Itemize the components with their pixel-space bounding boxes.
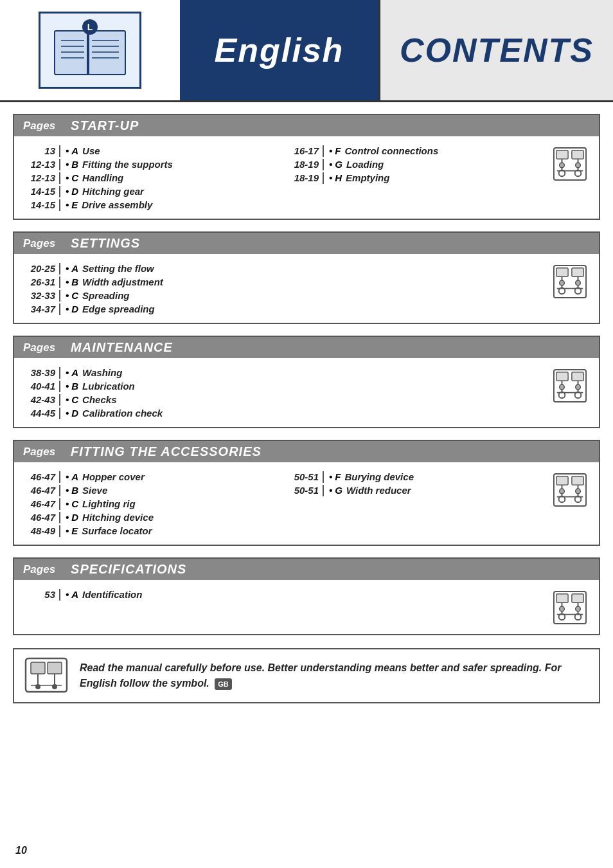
entry-text: Lubrication bbox=[82, 381, 135, 392]
entry-letter: C bbox=[71, 172, 78, 183]
entry-divider bbox=[59, 408, 60, 419]
list-item: 38-39 • A Washing bbox=[24, 367, 551, 379]
svg-point-61 bbox=[576, 606, 581, 611]
entry-text: Control connections bbox=[344, 145, 438, 156]
svg-rect-34 bbox=[572, 372, 583, 381]
list-item: 18-19 • H Emptying bbox=[288, 172, 551, 184]
header-title-area: English CONTENTS bbox=[180, 0, 613, 100]
entry-divider bbox=[59, 186, 60, 197]
entry-pages: 13 bbox=[24, 145, 59, 156]
entry-bullet: • bbox=[66, 471, 69, 482]
entry-pages: 46-47 bbox=[24, 512, 59, 523]
svg-point-31 bbox=[576, 280, 581, 285]
english-label: English bbox=[215, 31, 344, 69]
footer-note: Read the manual carefully before use. Be… bbox=[13, 648, 600, 703]
entry-text: Checks bbox=[82, 394, 116, 405]
section-icon-startup bbox=[551, 145, 589, 183]
list-item: 46-47 • C Lighting rig bbox=[24, 498, 288, 510]
section-fitting: Pages FITTING THE ACCESSORIES 46-47 • A … bbox=[13, 440, 600, 546]
entry-bullet: • bbox=[66, 525, 69, 536]
entry-text: Sieve bbox=[82, 485, 107, 496]
section-left-col-startup: 13 • A Use 12-13 • B Fitting the support… bbox=[24, 145, 288, 211]
entry-divider bbox=[59, 512, 60, 523]
svg-point-40 bbox=[560, 384, 565, 390]
list-item: 53 • A Identification bbox=[24, 589, 551, 601]
list-item: 42-43 • C Checks bbox=[24, 394, 551, 406]
svg-point-68 bbox=[52, 684, 57, 689]
entry-bullet: • bbox=[66, 498, 69, 509]
entry-bullet: • bbox=[66, 394, 69, 405]
entry-text: Hitching gear bbox=[82, 186, 144, 197]
section-body-maintenance: 38-39 • A Washing 40-41 • B Lubrication … bbox=[14, 358, 599, 427]
entry-text: Identification bbox=[82, 589, 142, 600]
list-item: 12-13 • B Fitting the supports bbox=[24, 159, 288, 170]
section-title-fitting: FITTING THE ACCESSORIES bbox=[71, 444, 262, 459]
entry-divider bbox=[59, 290, 60, 302]
logo-svg: L bbox=[48, 18, 132, 82]
entry-pages: 46-47 bbox=[24, 485, 59, 496]
entry-divider bbox=[59, 145, 60, 157]
entry-letter: A bbox=[71, 263, 78, 274]
entry-letter: B bbox=[71, 381, 78, 392]
gb-badge: GB bbox=[215, 678, 232, 691]
section-title-settings: SETTINGS bbox=[71, 236, 140, 251]
entry-divider bbox=[59, 498, 60, 510]
section-left-col-fitting: 46-47 • A Hopper cover 46-47 • B Sieve 4… bbox=[24, 471, 288, 537]
entry-divider bbox=[59, 159, 60, 170]
pages-label: Pages bbox=[23, 563, 55, 576]
logo-area: L bbox=[0, 0, 180, 100]
sections-container: Pages START-UP 13 • A Use 12-13 • B Fitt… bbox=[0, 114, 613, 635]
entry-divider bbox=[59, 172, 60, 184]
entry-text: Lighting rig bbox=[82, 498, 135, 509]
list-item: 46-47 • D Hitching device bbox=[24, 512, 288, 523]
entry-pages: 16-17 bbox=[288, 145, 323, 156]
entry-letter: A bbox=[71, 367, 78, 378]
entry-letter: C bbox=[71, 290, 78, 301]
svg-rect-64 bbox=[48, 662, 62, 674]
entry-pages: 46-47 bbox=[24, 498, 59, 509]
entry-bullet: • bbox=[66, 303, 69, 314]
pages-label: Pages bbox=[23, 237, 55, 250]
svg-rect-63 bbox=[31, 662, 45, 674]
entry-letter: B bbox=[71, 485, 78, 496]
entry-bullet: • bbox=[66, 263, 69, 274]
svg-rect-54 bbox=[572, 594, 583, 602]
entry-text: Handling bbox=[82, 172, 123, 183]
list-item: 14-15 • D Hitching gear bbox=[24, 186, 288, 197]
svg-point-60 bbox=[560, 606, 565, 611]
entry-text: Edge spreading bbox=[82, 303, 155, 314]
list-item: 46-47 • A Hopper cover bbox=[24, 471, 288, 483]
svg-point-51 bbox=[576, 489, 581, 494]
section-maintenance: Pages MAINTENANCE 38-39 • A Washing 40-4… bbox=[13, 336, 600, 428]
entry-bullet: • bbox=[329, 485, 332, 496]
entry-bullet: • bbox=[66, 276, 69, 287]
entry-pages: 50-51 bbox=[288, 471, 323, 482]
entry-letter: A bbox=[71, 589, 78, 600]
entry-bullet: • bbox=[66, 145, 69, 156]
list-item: 40-41 • B Lubrication bbox=[24, 381, 551, 392]
svg-rect-0 bbox=[55, 31, 125, 75]
list-item: 18-19 • G Loading bbox=[288, 159, 551, 170]
list-item: 44-45 • D Calibration check bbox=[24, 408, 551, 419]
entry-pages: 40-41 bbox=[24, 381, 59, 392]
entry-bullet: • bbox=[329, 145, 332, 156]
entry-divider bbox=[59, 471, 60, 483]
entry-text: Surface locator bbox=[82, 525, 152, 536]
entry-letter: C bbox=[71, 394, 78, 405]
entry-divider bbox=[59, 394, 60, 406]
section-icon-specifications bbox=[551, 589, 589, 626]
entry-pages: 12-13 bbox=[24, 172, 59, 183]
entry-text: Setting the flow bbox=[82, 263, 154, 274]
list-item: 12-13 • C Handling bbox=[24, 172, 288, 184]
entry-letter: A bbox=[71, 471, 78, 482]
svg-text:L: L bbox=[87, 22, 93, 32]
entry-divider bbox=[59, 263, 60, 275]
entry-letter: H bbox=[335, 172, 342, 183]
section-specifications: Pages SPECIFICATIONS 53 • A Identificati… bbox=[13, 557, 600, 635]
svg-rect-23 bbox=[556, 268, 568, 276]
entry-text: Hitching device bbox=[82, 512, 154, 523]
footer-spreader-icon bbox=[24, 657, 68, 693]
entry-letter: G bbox=[335, 159, 342, 170]
entry-bullet: • bbox=[66, 159, 69, 170]
entry-pages: 14-15 bbox=[24, 199, 59, 210]
